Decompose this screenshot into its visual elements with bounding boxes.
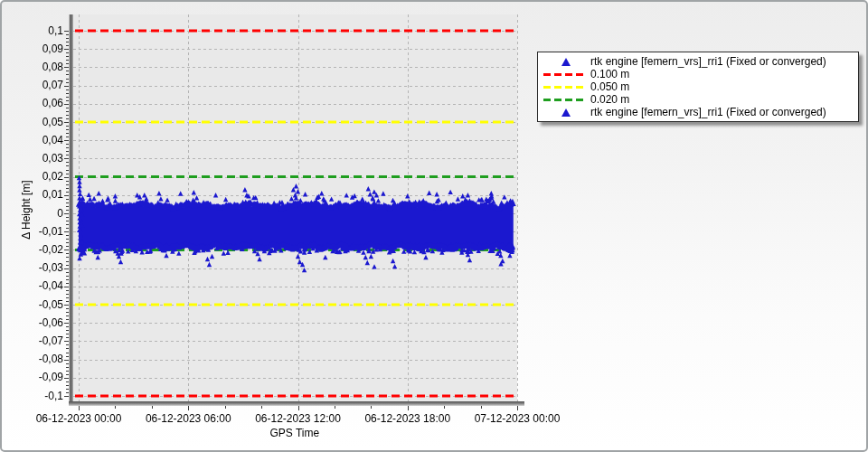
legend-dash-line-icon (542, 73, 590, 76)
legend-item-label: rtk engine [femern_vrs]_rri1 (Fixed or c… (590, 106, 826, 118)
chart-frame: 0,10,090,080,070,060,050,040,030,020,010… (0, 0, 868, 452)
legend-item-label: 0.020 m (590, 93, 629, 106)
legend-item: rtk engine [femern_vrs]_rri1 (Fixed or c… (542, 55, 854, 68)
legend-item-label: 0.050 m (590, 80, 629, 93)
legend-dash-line-icon (542, 99, 590, 101)
legend-item: rtk engine [femern_vrs]_rri1 (Fixed or c… (542, 106, 854, 118)
legend-item: 0.100 m (542, 68, 854, 80)
legend-item-label: 0.100 m (590, 68, 629, 80)
legend-box: rtk engine [femern_vrs]_rri1 (Fixed or c… (537, 52, 859, 122)
legend-dash-line-icon (542, 86, 590, 89)
legend-triangle-marker-icon (542, 58, 590, 66)
x-axis-title: GPS Time (270, 427, 320, 439)
legend-triangle-marker-icon (542, 108, 590, 117)
y-axis-title: Δ Height [m] (20, 180, 33, 239)
legend-item: 0.020 m (542, 93, 854, 106)
legend-item: 0.050 m (542, 80, 854, 93)
legend-item-label: rtk engine [femern_vrs]_rri1 (Fixed or c… (590, 55, 826, 68)
